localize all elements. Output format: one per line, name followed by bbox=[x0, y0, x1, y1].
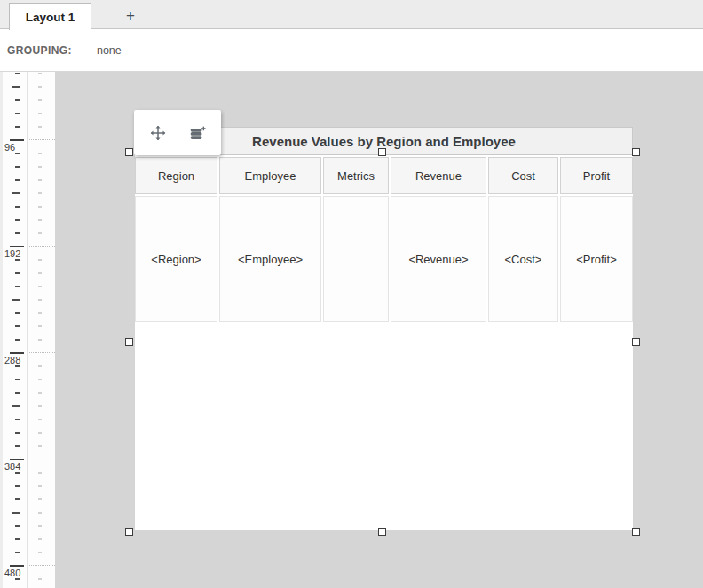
move-icon[interactable] bbox=[148, 123, 168, 143]
ruler-tick bbox=[15, 312, 20, 314]
ruler-secondary-tick bbox=[38, 472, 42, 474]
ruler-tick bbox=[15, 153, 20, 154]
ruler-secondary-tick bbox=[38, 153, 42, 154]
resize-handle-top-left[interactable] bbox=[125, 148, 133, 156]
widget-mini-toolbar bbox=[134, 110, 221, 155]
ruler-tick bbox=[15, 578, 20, 580]
ruler-secondary-tick bbox=[38, 179, 42, 181]
ruler-secondary-tick bbox=[38, 166, 42, 168]
ruler-secondary-tick bbox=[38, 232, 42, 234]
header-cell-employee[interactable]: Employee bbox=[219, 157, 321, 194]
resize-handle-top-right[interactable] bbox=[632, 148, 640, 156]
ruler-secondary-tick bbox=[38, 419, 42, 420]
ruler-label: 96 bbox=[4, 142, 29, 153]
resize-handle-mid-left[interactable] bbox=[125, 338, 133, 346]
ruler-secondary-tick bbox=[38, 405, 42, 407]
ruler-secondary-tick bbox=[38, 538, 42, 540]
data-source-icon[interactable] bbox=[187, 123, 207, 143]
ruler-secondary-tick bbox=[38, 552, 42, 553]
ruler-secondary-tick bbox=[38, 432, 42, 434]
ruler-secondary-tick bbox=[38, 126, 42, 128]
header-cell-cost[interactable]: Cost bbox=[488, 157, 558, 194]
resize-handle-bottom-right[interactable] bbox=[632, 528, 640, 536]
ruler-secondary-tick bbox=[38, 286, 42, 287]
ruler-tick bbox=[15, 259, 20, 261]
ruler-secondary-tick bbox=[38, 379, 42, 380]
ruler-secondary-tick bbox=[38, 512, 42, 514]
data-cell-profit[interactable]: <Profit> bbox=[560, 196, 633, 322]
ruler-secondary-tick bbox=[38, 192, 42, 194]
ruler-tick bbox=[15, 538, 20, 540]
ruler-tick bbox=[15, 286, 20, 287]
ruler-secondary-tick bbox=[38, 485, 42, 487]
ruler-tick bbox=[12, 405, 20, 407]
ruler-tick bbox=[15, 126, 20, 128]
ruler-secondary-tick bbox=[38, 498, 42, 500]
ruler-tick bbox=[15, 219, 20, 221]
layout-designer: Layout 1 + GROUPING: none 96192288384480… bbox=[0, 0, 703, 588]
ruler-tick bbox=[15, 73, 20, 74]
ruler-tick bbox=[10, 139, 24, 141]
ruler-secondary-tick bbox=[38, 73, 42, 74]
ruler-tick bbox=[15, 552, 20, 553]
ruler-tick bbox=[15, 113, 20, 114]
ruler-tick bbox=[15, 99, 20, 101]
ruler-label: 288 bbox=[4, 355, 29, 365]
ruler-tick bbox=[15, 365, 20, 367]
data-cell-region[interactable]: <Region> bbox=[135, 196, 217, 322]
ruler-tick bbox=[15, 392, 20, 394]
ruler-tick bbox=[15, 419, 20, 420]
header-cell-profit[interactable]: Profit bbox=[560, 157, 633, 194]
ruler-label: 480 bbox=[4, 568, 29, 578]
ruler-tick bbox=[10, 565, 24, 567]
tab-label: Layout 1 bbox=[26, 11, 75, 24]
resize-handle-bottom-left[interactable] bbox=[125, 528, 133, 536]
ruler-secondary-tick bbox=[38, 525, 42, 527]
ruler-tick bbox=[12, 299, 20, 301]
header-cell-revenue[interactable]: Revenue bbox=[391, 157, 486, 194]
ruler-tick bbox=[15, 498, 20, 500]
resize-handle-top-center[interactable] bbox=[378, 148, 386, 156]
ruler-secondary-tick bbox=[38, 113, 42, 114]
ruler-label: 192 bbox=[4, 248, 29, 259]
table-data-row: <Region> <Employee> <Revenue> <Cost> <Pr… bbox=[135, 196, 633, 322]
ruler-edge bbox=[0, 72, 3, 588]
ruler-dotted-guide bbox=[28, 246, 55, 247]
data-cell-metrics[interactable] bbox=[323, 196, 389, 322]
ruler-secondary-tick bbox=[38, 259, 42, 261]
resize-handle-bottom-center[interactable] bbox=[378, 528, 386, 536]
ruler-tick bbox=[15, 325, 20, 327]
ruler-secondary-tick bbox=[38, 206, 42, 208]
tab-layout-1[interactable]: Layout 1 bbox=[9, 3, 91, 30]
ruler-tick bbox=[12, 512, 20, 514]
ruler-secondary-tick bbox=[38, 578, 42, 580]
ruler-tick bbox=[15, 379, 20, 380]
ruler-secondary-tick bbox=[38, 392, 42, 394]
data-cell-employee[interactable]: <Employee> bbox=[219, 196, 321, 322]
table-header-row: Region Employee Metrics Revenue Cost Pro… bbox=[135, 157, 633, 194]
ruler-secondary-tick bbox=[38, 99, 42, 101]
ruler-tick bbox=[15, 485, 20, 487]
ruler-tick bbox=[15, 272, 20, 274]
ruler-dotted-guide bbox=[28, 352, 55, 353]
ruler-tick bbox=[15, 525, 20, 527]
ruler-dotted-guide bbox=[28, 565, 55, 566]
data-cell-revenue[interactable]: <Revenue> bbox=[391, 196, 486, 322]
ruler-secondary-tick bbox=[38, 445, 42, 447]
data-cell-cost[interactable]: <Cost> bbox=[488, 196, 558, 322]
ruler-secondary-tick bbox=[38, 219, 42, 221]
ruler-secondary-tick bbox=[38, 325, 42, 327]
table-component[interactable]: Revenue Values by Region and Employee Re… bbox=[135, 127, 633, 322]
resize-handle-mid-right[interactable] bbox=[632, 338, 640, 346]
ruler-secondary-tick bbox=[38, 339, 42, 341]
grouping-value[interactable]: none bbox=[97, 44, 122, 57]
header-cell-region[interactable]: Region bbox=[135, 157, 217, 194]
ruler-tick bbox=[15, 339, 20, 341]
ruler-tick bbox=[12, 192, 20, 194]
ruler-secondary-tick bbox=[38, 299, 42, 301]
ruler-tick bbox=[10, 246, 24, 247]
header-cell-metrics[interactable]: Metrics bbox=[323, 157, 389, 194]
add-layout-tab-button[interactable]: + bbox=[91, 3, 170, 29]
ruler-tick bbox=[15, 432, 20, 434]
plus-icon: + bbox=[126, 7, 135, 25]
